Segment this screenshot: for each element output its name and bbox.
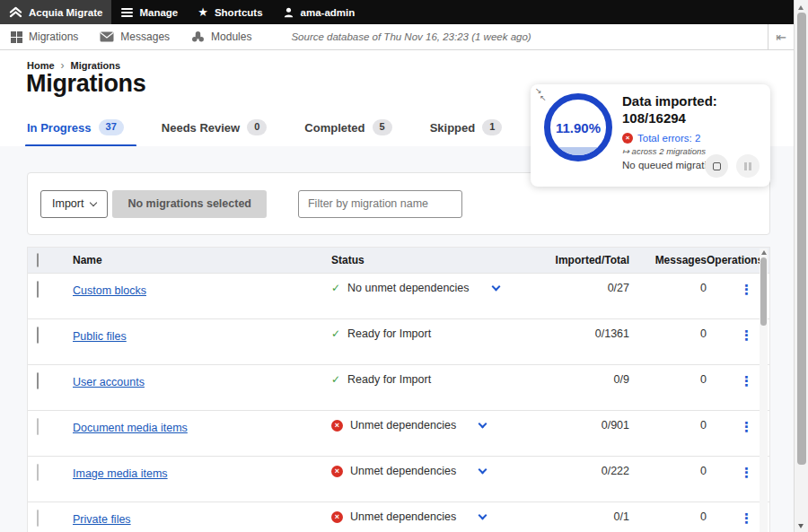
grid-icon [11,31,22,43]
imported-total-cell: 0/9 [536,373,629,386]
header-status: Status [331,254,536,266]
page-body: Import No migrations selected Name Statu… [0,146,794,532]
migrations-table: Name Status Imported/Total Messages Oper… [27,247,770,532]
kebab-menu-icon[interactable]: ⋮ [740,282,753,297]
messages-cell: 0 [629,510,707,523]
success-check-icon: ✓ [331,373,340,386]
progress-percent: 11.90% [550,100,606,155]
collapse-left-icon: ⇤ [776,31,786,43]
messages-nav-label: Messages [120,31,170,43]
row-checkbox[interactable] [37,327,39,344]
manage-label: Manage [139,7,178,18]
chevron-down-icon[interactable] [479,466,487,475]
error-cross-icon: × [331,466,343,477]
migration-name-link[interactable]: Private files [73,513,131,526]
window-scrollbar[interactable] [794,0,808,532]
migration-name-link[interactable]: Document media items [73,422,188,434]
import-progress-card: ↘ ↖ 11.90% Data imported: 108/16294 × To… [531,84,770,187]
kebab-menu-icon[interactable]: ⋮ [740,419,753,434]
window-scrollbar-thumb[interactable] [797,13,806,465]
chevron-down-icon[interactable] [491,283,500,292]
progress-ring: 11.90% [544,93,612,161]
table-row: Image media items × Unmet dependencies 0… [28,456,769,501]
total-errors-link[interactable]: Total errors: 2 [637,133,700,144]
scroll-up-arrow-icon[interactable] [761,250,767,255]
messages-cell: 0 [629,465,707,477]
acquia-logo-icon [9,6,22,18]
user-label: ama-admin [301,7,356,18]
modules-nav-label: Modules [211,31,251,43]
pause-import-button[interactable] [736,154,760,178]
data-imported-title: Data imported: 108/16294 [622,93,764,127]
migration-name-link[interactable]: User accounts [73,376,145,388]
row-checkbox[interactable] [37,281,39,298]
row-checkbox[interactable] [37,464,39,481]
status-label: Ready for Import [347,373,431,386]
migration-name-link[interactable]: Public files [73,330,127,343]
manage-menu-item[interactable]: Manage [111,0,188,24]
modules-nav-item[interactable]: Modules [180,31,262,43]
migration-name-link[interactable]: Custom blocks [73,284,146,297]
imported-total-cell: 0/222 [536,465,629,477]
table-row: Public files ✓ Ready for Import 0/1361 0… [28,318,769,364]
tab-completed[interactable]: Completed 5 [304,117,391,138]
tab-count-badge: 5 [373,119,392,135]
error-cross-icon: × [331,511,343,523]
row-checkbox[interactable] [37,372,39,389]
success-check-icon: ✓ [331,327,340,340]
star-icon: ★ [198,6,208,18]
status-label: Unmet dependencies [350,465,456,477]
user-icon [283,6,294,19]
import-dropdown-button[interactable]: Import [40,190,108,218]
migration-filter-input[interactable] [298,190,462,218]
app-window: Acquia Migrate Manage ★ Shortcuts ama-ad… [0,0,808,532]
tab-needs-review[interactable]: Needs Review 0 [162,117,268,138]
chevron-down-icon[interactable] [479,511,487,520]
row-checkbox[interactable] [37,510,39,527]
table-header-row: Name Status Imported/Total Messages Oper… [28,248,769,273]
migration-name-link[interactable]: Image media items [73,467,168,480]
scroll-down-arrow-icon[interactable] [798,524,804,528]
messages-cell: 0 [629,373,707,386]
migrations-nav-item[interactable]: Migrations [0,31,89,43]
table-rows: Custom blocks ✓ No unmet dependencies 0/… [28,273,769,532]
hamburger-icon [121,8,133,17]
table-scrollbar[interactable] [760,249,768,532]
collapse-card-icon[interactable]: ↘ ↖ [535,86,549,102]
status-label: Ready for Import [347,327,431,340]
tab-in-progress[interactable]: In Progress 37 [27,117,124,138]
stop-import-button[interactable] [705,154,728,178]
tab-count-badge: 37 [99,119,124,135]
error-cross-icon: × [622,133,633,144]
header-messages: Messages [629,254,707,266]
success-check-icon: ✓ [331,282,340,294]
header-imported-total: Imported/Total [536,254,629,266]
select-all-checkbox[interactable] [37,253,39,267]
tab-skipped[interactable]: Skipped 1 [430,117,503,138]
kebab-menu-icon[interactable]: ⋮ [740,465,753,480]
brand-label: Acquia Migrate [29,7,102,18]
kebab-menu-icon[interactable]: ⋮ [740,510,753,526]
acquia-migrate-brand[interactable]: Acquia Migrate [0,0,111,24]
collapse-toolbar-button[interactable]: ⇤ [768,24,794,49]
error-cross-icon: × [331,420,343,432]
table-scrollbar-thumb[interactable] [760,257,767,326]
table-row: Document media items × Unmet dependencie… [28,410,769,456]
chevron-down-icon[interactable] [479,420,487,429]
imported-total-cell: 0/901 [536,419,629,432]
header-name: Name [73,254,331,266]
status-label: No unmet dependencies [347,282,470,294]
kebab-menu-icon[interactable]: ⋮ [740,327,753,343]
user-menu-item[interactable]: ama-admin [273,0,365,24]
shortcuts-menu-item[interactable]: ★ Shortcuts [188,0,272,24]
pause-icon [744,162,751,170]
messages-nav-item[interactable]: Messages [89,31,180,43]
stop-icon [713,162,721,170]
row-checkbox[interactable] [37,418,39,435]
scroll-up-arrow-icon[interactable] [798,5,804,10]
table-row: Custom blocks ✓ No unmet dependencies 0/… [28,273,769,318]
imported-total-cell: 0/1 [536,510,629,523]
kebab-menu-icon[interactable]: ⋮ [740,373,753,388]
status-label: Unmet dependencies [350,510,456,523]
status-label: Unmet dependencies [350,419,456,432]
